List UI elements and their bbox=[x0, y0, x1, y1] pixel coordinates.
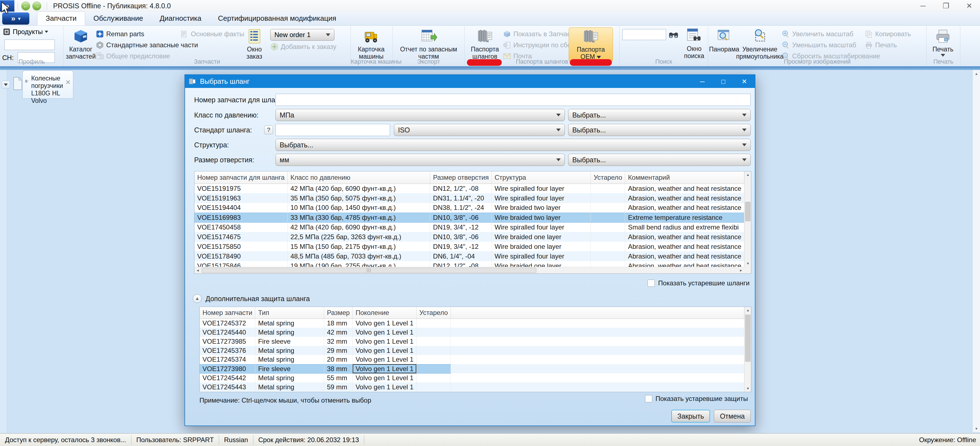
cell[interactable]: Volvo gen 1 Level 1 bbox=[353, 373, 417, 383]
structure-select[interactable]: Выбрать... bbox=[275, 139, 751, 151]
cell[interactable] bbox=[591, 251, 625, 261]
part-number-input[interactable] bbox=[275, 94, 751, 106]
protection-table-vertical-scrollbar[interactable]: ▲ ▼ bbox=[745, 307, 751, 392]
table-row[interactable]: VOE1519196335 МПа (350 бар, 5075 фунт-кв… bbox=[194, 193, 745, 203]
standard-parts-button[interactable]: Стандартные запасные части bbox=[96, 40, 180, 50]
cell[interactable]: 42 МПа (420 бар, 6090 фунт-кв.д.) bbox=[287, 184, 430, 193]
cell[interactable]: VOE17245442 bbox=[200, 373, 255, 383]
cell[interactable]: VOE15194404 bbox=[194, 203, 287, 213]
cancel-button[interactable]: Отмена bbox=[714, 410, 751, 422]
oem-passports-button[interactable]: Паспорта OEM bbox=[569, 27, 613, 62]
size-filter-select[interactable]: Выбрать... bbox=[568, 154, 751, 166]
cell[interactable]: 42 МПа (420 бар, 6090 фунт-кв.д.) bbox=[287, 222, 430, 232]
zoom-in-button[interactable]: Увеличить масштаб bbox=[782, 29, 865, 39]
table-row[interactable]: VOE1517584619 МПа (190 бар, 2755 фунт-кв… bbox=[194, 261, 745, 267]
search-window-button[interactable]: Окно поиска bbox=[681, 27, 707, 59]
table-row[interactable]: VOE17245376Metal spring29 mmVolvo gen 1 … bbox=[200, 346, 745, 355]
table-row[interactable]: VOE1517585015 МПа (150 бар, 2175 фунт-кв… bbox=[194, 242, 745, 251]
cell[interactable]: Volvo gen 1 Level 1 bbox=[353, 346, 417, 355]
cell[interactable]: 35 МПа (350 бар, 5075 фунт-кв.д.) bbox=[287, 193, 430, 203]
cell[interactable] bbox=[416, 364, 450, 373]
spare-parts-report-button[interactable]: Отчет по запасным частям bbox=[398, 27, 459, 60]
cell[interactable]: VOE17450458 bbox=[194, 222, 287, 232]
cell[interactable]: VOE17245376 bbox=[200, 346, 255, 355]
cell[interactable]: Wire spiralled four layer bbox=[492, 222, 591, 232]
hose-standard-input[interactable] bbox=[275, 124, 390, 136]
cell[interactable] bbox=[416, 346, 450, 355]
cell[interactable]: DN6, 1/4", -04 bbox=[430, 251, 492, 261]
cell[interactable]: Abrasion, weather and heat resistance bbox=[625, 232, 745, 242]
scroll-right-icon[interactable]: ► bbox=[738, 267, 745, 274]
cell[interactable]: Fire sleeve bbox=[255, 364, 324, 373]
cell[interactable]: 20 mm bbox=[324, 355, 353, 364]
cell[interactable]: VOE15175846 bbox=[194, 261, 287, 267]
cell[interactable]: Metal spring bbox=[255, 373, 324, 383]
scroll-up-icon[interactable]: ▲ bbox=[745, 171, 751, 178]
column-header[interactable]: Комментарий bbox=[625, 171, 745, 184]
cell[interactable]: VOE17245440 bbox=[200, 328, 255, 337]
print-small-button[interactable]: Печать bbox=[865, 40, 915, 50]
cell[interactable]: 22,5 МПа (225 бар, 3263 фунт-кв.д.) bbox=[287, 232, 430, 242]
help-button[interactable]: ? bbox=[264, 125, 273, 134]
profile-input[interactable] bbox=[5, 40, 55, 50]
size-unit-select[interactable]: мм bbox=[275, 154, 565, 166]
tab-certified-modification[interactable]: Сертифицированная модификация bbox=[210, 12, 345, 25]
cell[interactable]: DN19, 3/4", -12 bbox=[430, 242, 492, 251]
new-document-button[interactable] bbox=[12, 76, 23, 91]
cell[interactable]: VOE17245372 bbox=[200, 319, 255, 328]
column-header[interactable]: Поколение bbox=[353, 307, 417, 319]
cell[interactable]: 18 mm bbox=[324, 319, 353, 328]
scroll-up-icon[interactable]: ▲ bbox=[745, 307, 751, 314]
reman-parts-button[interactable]: Reman parts bbox=[96, 29, 180, 39]
cell[interactable]: DN12, 1/2", -08 bbox=[430, 261, 492, 267]
cell[interactable]: VOE17245443 bbox=[200, 383, 255, 392]
pressure-filter-select[interactable]: Выбрать... bbox=[568, 109, 751, 121]
cell[interactable]: Metal spring bbox=[255, 319, 324, 328]
cell[interactable] bbox=[591, 213, 625, 222]
cell[interactable]: 38 mm bbox=[324, 364, 353, 373]
table-row[interactable]: VOE17245443Metal spring59 mmVolvo gen 1 … bbox=[200, 383, 745, 392]
column-header[interactable]: Структура bbox=[492, 171, 591, 184]
cell[interactable]: DN19, 3/4", -12 bbox=[430, 222, 492, 232]
main-vertical-scrollbar[interactable]: ▲ ▼ bbox=[972, 70, 980, 432]
scroll-down-icon[interactable]: ▼ bbox=[745, 385, 751, 392]
column-header[interactable]: Класс по давлению bbox=[287, 171, 430, 184]
hose-table-horizontal-scrollbar[interactable]: ◄ ► ||| bbox=[194, 267, 745, 273]
cell[interactable]: Abrasion, weather and heat resistance bbox=[625, 203, 745, 213]
column-header[interactable]: Устарело bbox=[591, 171, 625, 184]
scroll-up-icon[interactable]: ▲ bbox=[973, 70, 980, 77]
hose-passports-button[interactable]: Паспорта шлангов bbox=[467, 27, 503, 60]
cell[interactable]: 55 mm bbox=[324, 373, 353, 383]
cell[interactable]: Small bend radius and extreme flexibi bbox=[625, 222, 745, 232]
cell[interactable]: VOE15178490 bbox=[194, 251, 287, 261]
cell[interactable]: VOE17273980 bbox=[200, 364, 255, 373]
binoculars-icon[interactable] bbox=[668, 30, 679, 40]
show-in-parts-button[interactable]: Показать в Запчастях bbox=[503, 29, 569, 39]
tab-parts[interactable]: Запчасти bbox=[37, 11, 85, 25]
cell[interactable]: DN31, 1.1/4", -20 bbox=[430, 193, 492, 203]
show-obsolete-hoses-checkbox[interactable] bbox=[648, 279, 655, 287]
minimize-button[interactable]: ─ bbox=[920, 2, 925, 10]
cell[interactable]: Metal spring bbox=[255, 383, 324, 392]
pressure-unit-select[interactable]: МПа bbox=[275, 109, 565, 121]
standard-unit-select[interactable]: ISO bbox=[394, 124, 565, 136]
zoom-out-button[interactable]: Уменьшить масштаб bbox=[782, 40, 865, 50]
scrollbar-thumb[interactable] bbox=[745, 202, 751, 221]
dialog-minimize-button[interactable]: ─ bbox=[692, 78, 713, 86]
cell[interactable]: Metal spring bbox=[255, 355, 324, 364]
cell[interactable]: Volvo gen 1 Level 1 bbox=[353, 383, 417, 392]
table-row[interactable]: VOE17245374Metal spring20 mmVolvo gen 1 … bbox=[200, 355, 745, 364]
machine-card-button[interactable]: Карточка машины bbox=[353, 27, 390, 60]
cell[interactable]: Abrasion, weather and heat resistance bbox=[625, 251, 745, 261]
cell[interactable]: 42 mm bbox=[324, 328, 353, 337]
tab-close-icon[interactable]: ✕ bbox=[65, 79, 71, 86]
cell[interactable]: 15 МПа (150 бар, 2175 фунт-кв.д.) bbox=[287, 242, 430, 251]
print-button[interactable]: Печать bbox=[929, 27, 957, 57]
table-row[interactable]: VOE1519197542 МПа (420 бар, 6090 фунт-кв… bbox=[194, 184, 745, 193]
collapse-section-button[interactable]: ▲ bbox=[193, 294, 202, 303]
cell[interactable] bbox=[591, 222, 625, 232]
column-header[interactable]: Устарело bbox=[416, 307, 450, 319]
cell[interactable]: Volvo gen 1 Level 1 bbox=[353, 319, 417, 328]
cell[interactable]: Metal spring bbox=[255, 328, 324, 337]
cell[interactable]: Wire braided two layer bbox=[492, 213, 591, 222]
